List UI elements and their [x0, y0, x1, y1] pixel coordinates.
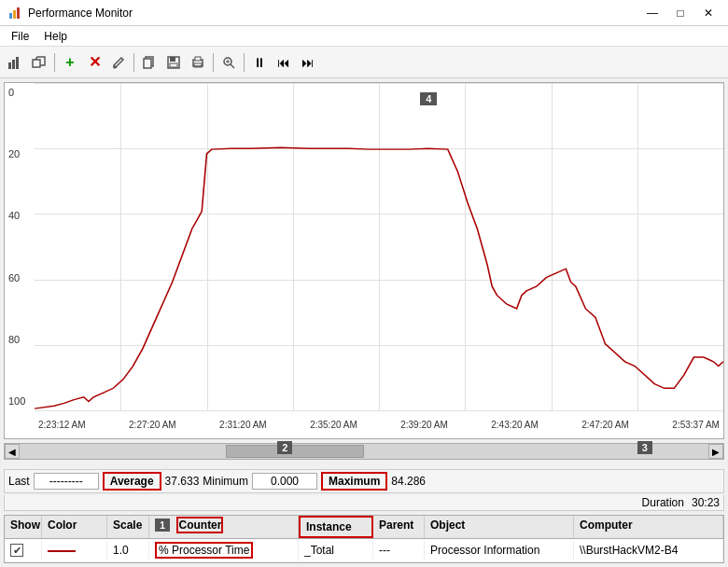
svg-line-8 [114, 67, 117, 68]
header-color: Color [42, 516, 107, 538]
save-btn[interactable] [162, 51, 185, 74]
maximum-label: Maximum [321, 472, 387, 491]
maximize-button[interactable]: □ [668, 4, 693, 22]
data-table: Show Color Scale 1 Counter Instance Pare… [4, 515, 724, 563]
chart-area: 100 80 60 40 20 0 [4, 82, 724, 439]
table-header: Show Color Scale 1 Counter Instance Pare… [5, 516, 723, 539]
chart-canvas: 4 [35, 83, 723, 410]
scrollbar[interactable]: ◀ ▶ [4, 443, 724, 460]
chart-y-axis: 100 80 60 40 20 0 [5, 83, 35, 410]
row-counter: % Processor Time [149, 539, 299, 561]
svg-rect-5 [16, 57, 19, 69]
sep-2 [133, 53, 134, 72]
stats-row: Last --------- Average 37.633 Minimum 0.… [4, 469, 724, 493]
svg-rect-6 [33, 60, 40, 67]
color-indicator [48, 550, 76, 552]
title-bar: Performance Monitor — □ ✕ [0, 0, 728, 26]
svg-rect-2 [17, 7, 20, 19]
x-label-1: 2:27:20 AM [129, 420, 176, 430]
y-label-20: 20 [8, 148, 31, 159]
row-instance: _Total [299, 541, 373, 560]
row-parent: --- [373, 541, 425, 560]
counter-header-text: Counter [176, 517, 223, 533]
zoom-btn[interactable] [217, 51, 240, 74]
x-label-4: 2:39:20 AM [400, 420, 448, 430]
y-label-100: 100 [8, 395, 31, 407]
badge-2: 2 [277, 441, 292, 454]
header-show: Show [5, 516, 42, 538]
minimum-label: Minimum [203, 475, 248, 488]
duration-value: 30:23 [692, 496, 720, 509]
rewind-btn[interactable]: ⏮ [273, 51, 295, 74]
checkbox[interactable]: ✔ [10, 544, 23, 557]
scroll-right-btn[interactable]: ▶ [708, 444, 723, 459]
x-label-2: 2:31:20 AM [219, 420, 267, 430]
chart-view-btn[interactable] [4, 51, 26, 74]
y-label-80: 80 [8, 334, 31, 345]
minimize-button[interactable]: — [640, 4, 665, 22]
header-object: Object [425, 516, 574, 538]
scroll-thumb[interactable] [226, 445, 364, 458]
open-btn[interactable] [28, 51, 50, 74]
row-computer: \\BurstHackVM2-B4 [574, 541, 723, 560]
y-label-0: 0 [8, 87, 31, 98]
bottom-panel: Last --------- Average 37.633 Minimum 0.… [4, 469, 724, 563]
svg-rect-4 [12, 60, 15, 69]
sep-4 [244, 53, 245, 72]
average-value: 37.633 [165, 475, 200, 488]
row-color [42, 541, 107, 560]
svg-rect-15 [195, 57, 201, 61]
last-value: --------- [34, 473, 99, 490]
chart-line-svg [35, 83, 723, 410]
y-label-60: 60 [8, 272, 31, 284]
x-label-0: 2:23:12 AM [38, 420, 86, 430]
close-button[interactable]: ✕ [696, 4, 721, 22]
row-scale: 1.0 [107, 541, 149, 560]
sep-3 [213, 53, 214, 72]
remove-counter-btn[interactable]: ✕ [83, 51, 105, 74]
x-label-7: 2:53:37 AM [672, 420, 720, 430]
sep-1 [54, 53, 55, 72]
maximum-value: 84.286 [391, 475, 426, 488]
header-computer: Computer [574, 516, 723, 538]
svg-rect-12 [170, 57, 175, 62]
x-label-3: 2:35:20 AM [310, 420, 357, 430]
play-btn[interactable]: ⏭ [297, 51, 319, 74]
y-label-40: 40 [8, 210, 31, 221]
table-row: ✔ 1.0 % Processor Time _Total --- Proces… [5, 539, 723, 562]
svg-rect-13 [170, 63, 177, 67]
toolbar: + ✕ ⏸ ⏮ ⏭ [0, 47, 728, 78]
window-title: Performance Monitor [28, 7, 640, 20]
duration-label: Duration [642, 496, 684, 509]
add-counter-btn[interactable]: + [59, 51, 81, 74]
badge-3: 3 [637, 441, 652, 454]
app-icon [7, 6, 22, 21]
header-instance: Instance [299, 516, 373, 538]
svg-rect-0 [9, 13, 12, 19]
last-label: Last [8, 475, 30, 488]
pause-btn[interactable]: ⏸ [248, 51, 271, 74]
print-btn[interactable] [187, 51, 209, 74]
row-show: ✔ [5, 541, 42, 560]
x-label-5: 2:43:20 AM [491, 420, 539, 430]
menu-help[interactable]: Help [36, 28, 75, 45]
scroll-left-btn[interactable]: ◀ [5, 444, 20, 459]
copy-btn[interactable] [138, 51, 161, 74]
menu-bar: File Help [0, 26, 728, 47]
minimum-value: 0.000 [252, 473, 317, 490]
badge-4: 4 [420, 92, 437, 105]
chart-x-axis: 2:23:12 AM 2:27:20 AM 2:31:20 AM 2:35:20… [35, 410, 723, 438]
average-label: Average [103, 472, 161, 491]
header-counter: 1 Counter [149, 516, 299, 538]
menu-file[interactable]: File [4, 28, 36, 45]
scroll-track[interactable] [20, 444, 708, 459]
header-scale: Scale [107, 516, 149, 538]
duration-row: Duration 30:23 [4, 495, 724, 511]
x-label-6: 2:47:20 AM [581, 420, 629, 430]
row-object: Processor Information [425, 541, 574, 560]
edit-btn[interactable] [107, 51, 130, 74]
scrollbar-container: 2 3 ◀ ▶ [4, 443, 724, 463]
main-content: 100 80 60 40 20 0 [0, 78, 728, 567]
svg-line-18 [231, 64, 234, 68]
svg-rect-3 [8, 62, 11, 69]
